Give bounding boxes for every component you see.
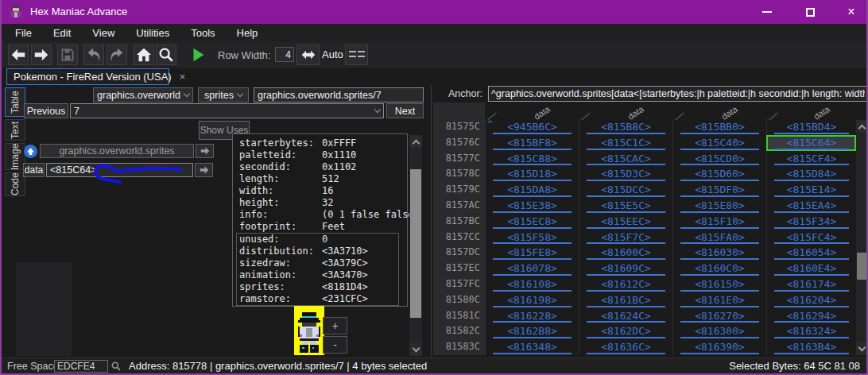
redo-button[interactable] [107,44,127,65]
field-value[interactable]: 0x1110 [322,149,356,160]
pointer-value[interactable]: <8162DC> [601,325,651,337]
field-value[interactable]: <3A3470> [322,269,368,280]
hex-cell[interactable]: <816198> [485,292,579,308]
pointer-value[interactable]: <81612C> [601,278,651,290]
hex-cell[interactable]: <816054> [766,245,856,261]
pointer-value[interactable]: <815CF4> [787,153,837,164]
hex-cell[interactable]: <815EEC> [579,214,672,230]
menu-help[interactable]: Help [233,25,262,41]
hex-cell[interactable]: <815C88> [485,151,579,167]
hex-cell[interactable]: <816150> [672,276,766,292]
hex-cell[interactable]: <81609C> [579,261,672,276]
hex-cell[interactable]: <816324> [766,323,856,339]
index-combobox[interactable]: 7 [70,103,384,118]
pointer-value[interactable]: <8161E0> [695,294,745,306]
pointer-value[interactable]: <815CAC> [601,153,651,164]
hex-cell[interactable]: <945B6C>^ [485,119,579,135]
scroll-down-button[interactable] [409,343,422,356]
hex-cell[interactable]: <8162DC> [579,323,672,339]
hex-cell[interactable]: <815C40> [672,135,766,151]
field-value[interactable]: 0 [322,234,327,245]
pointer-value[interactable]: <815DCC> [601,184,651,195]
hex-cell[interactable]: <815D60> [672,166,766,182]
row-width-input[interactable] [275,47,294,62]
previous-button[interactable]: Previous [24,103,68,118]
pointer-value[interactable]: <816198> [507,294,557,306]
hex-cell[interactable]: <816294> [766,308,856,324]
hex-cell[interactable]: <81600C> [579,245,672,261]
hex-cell[interactable]: <8162B8> [485,323,579,339]
scrollbar-thumb[interactable] [857,253,867,280]
pointer-value[interactable]: <815E80> [695,199,745,211]
pointer-value[interactable]: <815CD0> [695,153,745,164]
anchor-input[interactable] [488,86,868,102]
hex-cell[interactable]: <816078> [485,261,579,276]
data-pointer-input[interactable] [46,163,193,177]
pointer-value[interactable]: <81609C> [601,262,651,274]
pointer-value[interactable]: <8160E4> [787,262,837,274]
field-value[interactable]: 0xFFFF [322,137,356,149]
hex-cell[interactable]: <816390> [672,339,766,355]
field-value[interactable]: (0 1 false false) [322,209,420,220]
breadcrumb-graphics-overworld[interactable]: graphics.overworld [93,87,193,102]
goto-arrow-button[interactable] [196,144,214,158]
pointer-value[interactable]: <816228> [507,310,557,322]
search-button[interactable] [156,44,176,65]
pointer-value[interactable]: <815C64> [787,137,837,149]
maximize-button[interactable] [792,0,828,24]
tab-pokemon-firered[interactable]: Pokemon - FireRed Version (USA) × [6,68,169,85]
pointer-value[interactable]: <816030> [695,246,745,258]
hex-cell[interactable]: <816228> [485,308,579,324]
menu-view[interactable]: View [88,25,118,41]
hex-cell[interactable]: <815DF0> [672,182,766,198]
hex-scrollbar[interactable] [856,120,868,355]
close-button[interactable]: × [833,0,868,24]
pointer-value[interactable]: <815EEC> [601,215,651,227]
pointer-value[interactable]: <815F7C> [601,231,651,243]
hex-cell[interactable]: <815F34> [766,214,856,230]
pointer-value[interactable]: <815C88> [507,153,557,164]
menu-edit[interactable]: Edit [49,25,75,41]
hex-cell[interactable]: <816030> [672,245,766,261]
pointer-value[interactable]: <815F58> [507,231,557,243]
hex-cell[interactable]: <815CD0> [672,151,766,167]
goto-target-button[interactable]: graphics.overworld.sprites [40,144,194,158]
field-value[interactable]: <3A379C> [322,257,368,269]
hex-cell[interactable]: <815D84> [766,166,856,182]
minimize-button[interactable] [749,0,785,24]
menu-utilities[interactable]: Utilities [132,25,173,41]
run-button[interactable] [188,44,208,65]
pointer-value[interactable]: <815F34> [787,215,837,227]
pointer-value[interactable]: <8163B4> [787,341,837,353]
goto-up-button[interactable] [24,145,37,158]
hex-cell[interactable]: <816174> [766,276,856,292]
hex-cell[interactable]: <815B8C> [579,119,672,135]
pointer-value[interactable]: <81624C> [601,310,651,322]
pointer-value[interactable]: <815EA4> [787,199,837,211]
search-icon[interactable] [110,361,122,372]
scroll-down-button[interactable] [856,342,868,355]
pointer-value[interactable]: <815EC8> [507,215,557,227]
pointer-value[interactable]: <815DA8> [507,184,557,195]
pointer-value[interactable]: <815D84> [787,168,837,180]
field-value[interactable]: 16 [322,185,333,196]
pointer-value[interactable]: <815FA0> [695,231,745,243]
pointer-value[interactable]: <816204> [787,294,837,306]
tool-tab-text[interactable]: Text [5,119,25,141]
menu-tools[interactable]: Tools [187,25,219,41]
hex-cell[interactable]: <815D18> [485,166,579,182]
pointer-value[interactable]: <815C40> [695,137,745,149]
hex-cell[interactable]: <815E5C> [579,198,672,214]
menu-file[interactable]: File [11,25,36,41]
hex-cell[interactable]: <81636C> [579,339,672,355]
column-layout-button[interactable] [345,44,368,65]
pointer-value[interactable]: <815D3C> [601,168,651,180]
breadcrumb-sprites[interactable]: sprites [198,87,249,102]
hex-cell[interactable]: <815C1C> [579,135,672,151]
pointer-value[interactable]: <816174> [787,278,837,290]
hex-cell[interactable]: <815FE8> [485,245,579,261]
field-value[interactable]: 32 [322,197,333,208]
hex-cell[interactable]: <815BD4> [766,119,856,135]
pointer-value[interactable]: <816390> [695,341,745,353]
pointer-value[interactable]: <815DF0> [695,184,745,195]
